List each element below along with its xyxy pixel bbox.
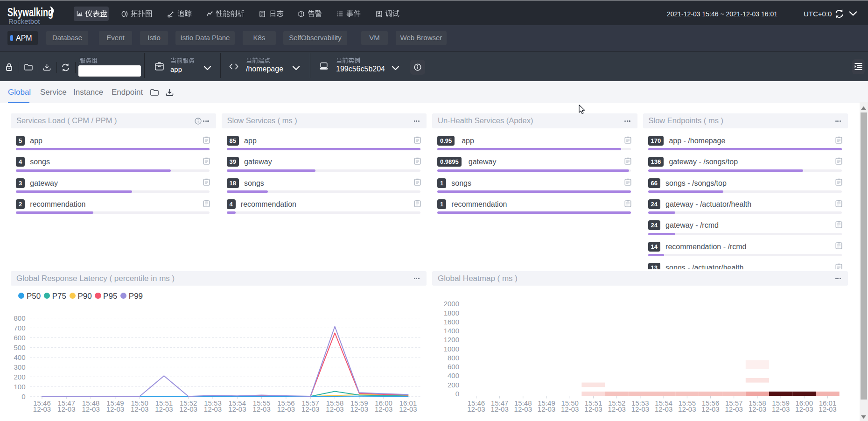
- svg-text:12-03: 12-03: [701, 405, 719, 413]
- svg-text:12-03: 12-03: [655, 405, 672, 413]
- svg-text:0: 0: [455, 390, 459, 398]
- svg-text:12-03: 12-03: [490, 405, 508, 413]
- svg-text:600: 600: [448, 363, 459, 371]
- svg-text:1400: 1400: [444, 327, 459, 335]
- svg-text:12-03: 12-03: [678, 405, 696, 413]
- svg-text:1000: 1000: [444, 345, 459, 353]
- svg-text:12-03: 12-03: [538, 405, 555, 413]
- svg-text:12-03: 12-03: [467, 405, 485, 413]
- svg-text:12-03: 12-03: [725, 405, 743, 413]
- svg-text:200: 200: [448, 381, 459, 389]
- svg-text:12-03: 12-03: [561, 405, 579, 413]
- svg-text:12-03: 12-03: [608, 405, 626, 413]
- svg-text:12-03: 12-03: [749, 405, 766, 413]
- svg-text:800: 800: [448, 354, 459, 362]
- svg-text:12-03: 12-03: [584, 405, 602, 413]
- svg-text:1800: 1800: [444, 309, 459, 317]
- svg-text:12-03: 12-03: [631, 405, 649, 413]
- svg-text:1600: 1600: [444, 318, 459, 326]
- svg-text:12-03: 12-03: [795, 405, 813, 413]
- svg-text:1200: 1200: [444, 336, 459, 344]
- svg-text:12-03: 12-03: [514, 405, 532, 413]
- svg-text:12-03: 12-03: [772, 405, 790, 413]
- svg-text:2000: 2000: [444, 300, 459, 308]
- svg-text:400: 400: [448, 372, 459, 379]
- svg-text:12-03: 12-03: [819, 405, 836, 413]
